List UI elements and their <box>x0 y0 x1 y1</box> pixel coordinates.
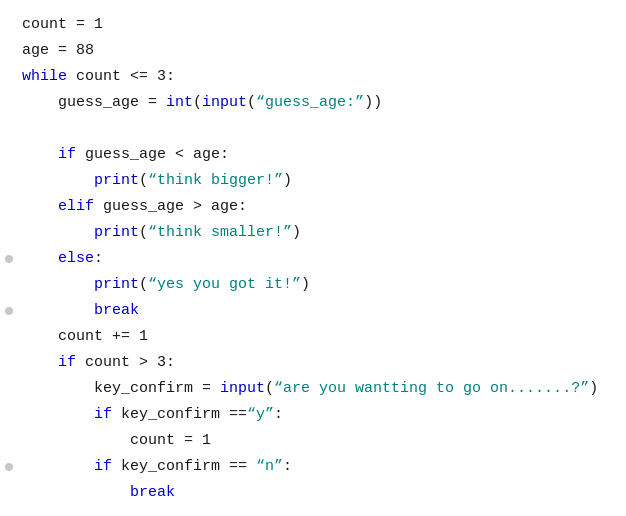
line-text: if key_confirm ==“y”: <box>90 403 283 427</box>
token: ) <box>283 172 292 189</box>
token: = <box>193 380 220 397</box>
token: guess_age <box>94 198 193 215</box>
line-text: key_confirm = input(“are you wantting to… <box>90 377 598 401</box>
token: int <box>166 94 193 111</box>
token: else <box>58 250 94 267</box>
token: elif <box>58 198 94 215</box>
token: guess_age <box>76 146 175 163</box>
token: “guess_age:” <box>256 94 364 111</box>
line-text: while count <= 3: <box>18 65 175 89</box>
token: : <box>283 458 292 475</box>
token: ( <box>139 172 148 189</box>
token: ( <box>139 224 148 241</box>
token: age: <box>184 146 229 163</box>
token: input <box>202 94 247 111</box>
token: print <box>94 276 139 293</box>
code-line: print(“think bigger!”) <box>0 168 626 194</box>
token: if <box>58 146 76 163</box>
token: key_confirm == <box>112 458 256 475</box>
token: < <box>175 146 184 163</box>
token: print <box>94 172 139 189</box>
code-line: else: <box>0 246 626 272</box>
token: > <box>193 198 202 215</box>
code-line: print(“think smaller!”) <box>0 220 626 246</box>
token: 3: <box>148 354 175 371</box>
breakpoint-dot[interactable] <box>5 463 13 471</box>
token: age <box>22 42 49 59</box>
line-text: if key_confirm == “n”: <box>90 455 292 479</box>
token: ) <box>301 276 310 293</box>
token: “think smaller!” <box>148 224 292 241</box>
code-line: if guess_age < age: <box>0 142 626 168</box>
code-line: guess_age = int(input(“guess_age:”)) <box>0 90 626 116</box>
line-text: print(“yes you got it!”) <box>90 273 310 297</box>
line-text: break <box>90 299 139 323</box>
line-gutter <box>0 255 18 263</box>
token: “are you wantting to go on.......?” <box>274 380 589 397</box>
line-text: age = 88 <box>18 39 94 63</box>
token: ) <box>292 224 301 241</box>
line-text: guess_age = int(input(“guess_age:”)) <box>54 91 382 115</box>
code-line: if key_confirm == “n”: <box>0 454 626 480</box>
token: 3: <box>148 68 175 85</box>
token: : <box>274 406 283 423</box>
token: “think bigger!” <box>148 172 283 189</box>
code-line: print(“yes you got it!”) <box>0 272 626 298</box>
token: <= <box>130 68 148 85</box>
token: ( <box>139 276 148 293</box>
code-line: if count > 3: <box>0 350 626 376</box>
line-text: print(“think smaller!”) <box>90 221 301 245</box>
token: 1 <box>139 328 148 345</box>
token: key_confirm == <box>112 406 247 423</box>
code-line: break <box>0 298 626 324</box>
token: : <box>94 250 103 267</box>
token: guess_age <box>58 94 139 111</box>
line-text: print(“think bigger!”) <box>90 169 292 193</box>
token: )) <box>364 94 382 111</box>
token: if <box>58 354 76 371</box>
line-text: if guess_age < age: <box>54 143 229 167</box>
code-line: elif guess_age > age: <box>0 194 626 220</box>
token: = <box>67 16 94 33</box>
token: ) <box>589 380 598 397</box>
token: if <box>94 406 112 423</box>
code-line: count = 1 <box>0 12 626 38</box>
code-line: count = 1 <box>0 428 626 454</box>
token: ( <box>193 94 202 111</box>
token: = <box>139 94 166 111</box>
token: 1 <box>94 16 103 33</box>
token: += <box>103 328 139 345</box>
code-line: age = 88 <box>0 38 626 64</box>
line-text: elif guess_age > age: <box>54 195 247 219</box>
token: count <box>22 16 67 33</box>
line-text: if count > 3: <box>54 351 175 375</box>
token: count <box>58 328 103 345</box>
token: input <box>220 380 265 397</box>
breakpoint-dot[interactable] <box>5 255 13 263</box>
token: = <box>175 432 202 449</box>
token: print <box>94 224 139 241</box>
line-gutter <box>0 307 18 315</box>
line-text: count = 1 <box>18 13 103 37</box>
code-line: count += 1 <box>0 324 626 350</box>
token: 88 <box>76 42 94 59</box>
code-line: key_confirm = input(“are you wantting to… <box>0 376 626 402</box>
code-line: while count <= 3: <box>0 64 626 90</box>
token: count <box>130 432 175 449</box>
token: ( <box>265 380 274 397</box>
breakpoint-dot[interactable] <box>5 307 13 315</box>
code-editor: count = 1age = 88while count <= 3:guess_… <box>0 8 626 510</box>
token: key_confirm <box>94 380 193 397</box>
token: if <box>94 458 112 475</box>
token: = <box>49 42 76 59</box>
token: break <box>130 484 175 501</box>
token: count <box>76 354 139 371</box>
token: 1 <box>202 432 211 449</box>
code-line: break <box>0 480 626 506</box>
line-text: count += 1 <box>54 325 148 349</box>
token: age: <box>202 198 247 215</box>
line-text: break <box>126 481 175 505</box>
code-line: if key_confirm ==“y”: <box>0 402 626 428</box>
token: > <box>139 354 148 371</box>
token: break <box>94 302 139 319</box>
